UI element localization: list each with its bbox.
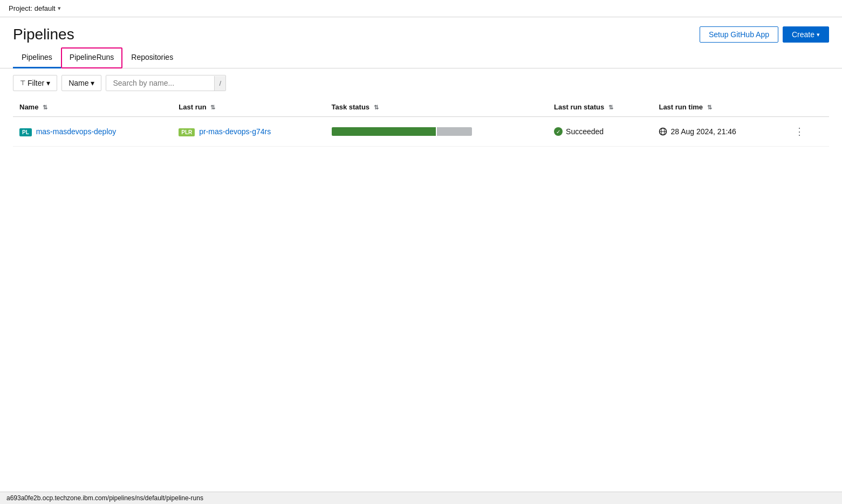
tab-repositories[interactable]: Repositories (122, 47, 182, 68)
create-button[interactable]: Create ▾ (783, 26, 829, 43)
succeeded-icon: ✓ (554, 127, 563, 136)
col-header-actions (784, 98, 829, 117)
cell-name: PL mas-masdevops-deploy (13, 117, 172, 147)
filter-button[interactable]: ⊤ Filter ▾ (13, 75, 57, 91)
more-actions-button[interactable]: ⋮ (790, 123, 809, 140)
top-bar: Project: default ▾ (0, 0, 842, 17)
name-filter-label: Name (69, 79, 88, 87)
toolbar: ⊤ Filter ▾ Name ▾ / (0, 68, 842, 98)
project-dropdown[interactable]: Project: default ▾ (9, 4, 61, 12)
last-run-status-sort-icon[interactable]: ⇅ (608, 104, 613, 111)
create-label: Create (792, 30, 814, 39)
status-label: Succeeded (566, 127, 604, 136)
table-row: PL mas-masdevops-deploy PLR pr-mas-devop… (13, 117, 829, 147)
search-input[interactable] (106, 75, 214, 91)
pipeline-runs-table: Name ⇅ Last run ⇅ Task status ⇅ Last run… (13, 98, 829, 147)
col-header-last-run-status: Last run status ⇅ (547, 98, 652, 117)
time-label: 28 Aug 2024, 21:46 (670, 127, 736, 136)
globe-icon (659, 127, 667, 136)
header-actions: Setup GitHub App Create ▾ (700, 26, 829, 43)
task-progress-bar (332, 127, 472, 136)
progress-segment-gray (437, 127, 472, 136)
search-wrapper: / (106, 75, 226, 91)
setup-github-app-button[interactable]: Setup GitHub App (700, 26, 778, 43)
filter-icon: ⊤ (20, 79, 25, 87)
status-succeeded: ✓ Succeeded (554, 127, 646, 136)
name-sort-icon[interactable]: ⇅ (43, 104, 47, 111)
project-chevron-icon: ▾ (58, 5, 61, 12)
table-header-row: Name ⇅ Last run ⇅ Task status ⇅ Last run… (13, 98, 829, 117)
pipeline-badge: PL (19, 128, 32, 136)
pipeline-run-badge: PLR (179, 128, 195, 136)
name-filter-chevron-icon: ▾ (91, 79, 94, 87)
task-status-sort-icon[interactable]: ⇅ (374, 104, 379, 111)
cell-last-run-status: ✓ Succeeded (547, 117, 652, 147)
col-header-last-run-time: Last run time ⇅ (652, 98, 783, 117)
col-header-last-run: Last run ⇅ (172, 98, 325, 117)
pipeline-run-link[interactable]: pr-mas-devops-g74rs (199, 127, 271, 136)
search-shortcut-icon: / (214, 76, 225, 91)
table-container: Name ⇅ Last run ⇅ Task status ⇅ Last run… (0, 98, 842, 147)
project-label: Project: default (9, 4, 56, 12)
filter-label: Filter (28, 79, 44, 87)
create-chevron-icon: ▾ (817, 31, 820, 38)
cell-task-status (325, 117, 548, 147)
last-run-time-sort-icon[interactable]: ⇅ (707, 104, 712, 111)
cell-last-run: PLR pr-mas-devops-g74rs (172, 117, 325, 147)
name-filter-dropdown[interactable]: Name ▾ (61, 75, 101, 91)
tab-pipelines[interactable]: Pipelines (13, 47, 61, 68)
tabs-container: Pipelines PipelineRuns Repositories (0, 47, 842, 68)
page-header: Pipelines Setup GitHub App Create ▾ (0, 17, 842, 47)
col-header-task-status: Task status ⇅ (325, 98, 548, 117)
pipeline-name-link[interactable]: mas-masdevops-deploy (36, 127, 117, 136)
cell-last-run-time: 28 Aug 2024, 21:46 (652, 117, 783, 147)
filter-chevron-icon: ▾ (46, 79, 50, 87)
time-cell: 28 Aug 2024, 21:46 (659, 127, 777, 136)
page-title: Pipelines (13, 26, 74, 43)
col-header-name: Name ⇅ (13, 98, 172, 117)
cell-more-actions: ⋮ (784, 117, 829, 147)
tab-pipeline-runs[interactable]: PipelineRuns (61, 47, 123, 68)
last-run-sort-icon[interactable]: ⇅ (210, 104, 215, 111)
progress-segment-green (332, 127, 436, 136)
